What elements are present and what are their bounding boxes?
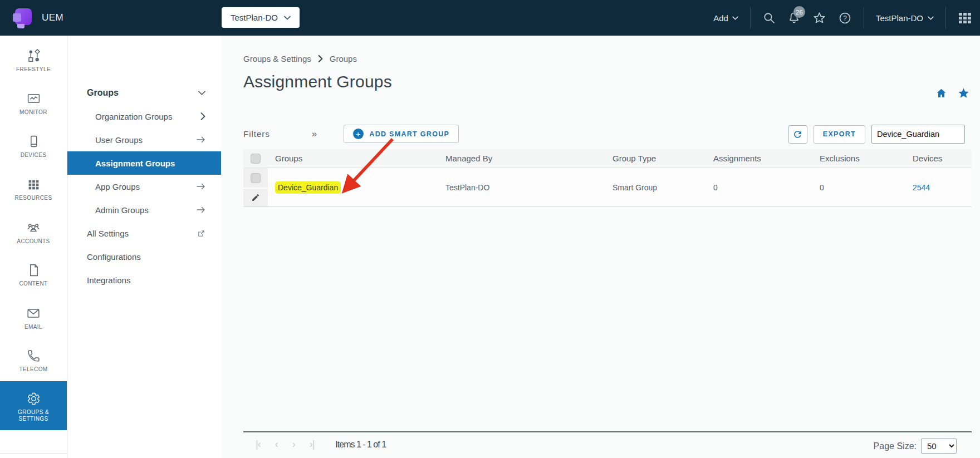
column-header-managed-by[interactable]: Managed By bbox=[438, 154, 605, 163]
add-smart-group-label: ADD SMART GROUP bbox=[369, 130, 449, 138]
submenu-item-app-groups[interactable]: App Groups bbox=[67, 175, 221, 198]
submenu-item-all-settings[interactable]: All Settings bbox=[67, 221, 221, 245]
main-sidebar: FREESTYLE MONITOR DEVICES RESOURCES ACCO… bbox=[0, 36, 67, 458]
sidebar-item-label: DEVICES bbox=[21, 152, 47, 159]
divider bbox=[864, 7, 864, 28]
groups-settings-submenu: Groups Organization Groups User Groups A… bbox=[67, 36, 221, 458]
submenu-header-label: Groups bbox=[87, 88, 119, 98]
top-bar: UEM TestPlan-DO Add 26 ? TestPlan-DO bbox=[0, 0, 980, 36]
arrow-right-icon bbox=[197, 206, 205, 213]
export-button[interactable]: EXPORT bbox=[814, 125, 865, 144]
notification-count-badge: 26 bbox=[793, 6, 805, 18]
chevron-down-icon bbox=[198, 91, 205, 96]
chevron-down-icon bbox=[928, 16, 934, 20]
filters-expand-icon[interactable]: » bbox=[312, 129, 317, 140]
sidebar-item-devices[interactable]: DEVICES bbox=[0, 124, 67, 167]
home-icon[interactable] bbox=[935, 87, 947, 99]
assignments-cell: 0 bbox=[706, 183, 812, 192]
organization-group-label: TestPlan-DO bbox=[231, 13, 278, 22]
column-header-groups[interactable]: Groups bbox=[268, 154, 438, 163]
sidebar-item-label: CONTENT bbox=[19, 280, 47, 287]
add-menu-button[interactable]: Add bbox=[713, 13, 738, 23]
refresh-button[interactable] bbox=[788, 125, 807, 144]
pencil-icon bbox=[251, 193, 260, 202]
exclusions-cell: 0 bbox=[812, 183, 905, 192]
previous-page-icon[interactable]: ‹ bbox=[275, 439, 278, 450]
submenu-item-label: Assignment Groups bbox=[95, 159, 175, 168]
freestyle-icon bbox=[27, 49, 41, 63]
uem-logo-icon bbox=[12, 7, 33, 28]
submenu-item-label: All Settings bbox=[87, 229, 129, 238]
column-header-exclusions[interactable]: Exclusions bbox=[812, 154, 905, 163]
account-label: TestPlan-DO bbox=[876, 13, 923, 23]
sidebar-item-monitor[interactable]: MONITOR bbox=[0, 81, 67, 124]
account-menu-button[interactable]: TestPlan-DO bbox=[876, 13, 934, 23]
filters-button[interactable]: Filters bbox=[243, 129, 270, 139]
devices-count-link[interactable]: 2544 bbox=[913, 183, 930, 192]
telecom-icon bbox=[27, 349, 41, 363]
arrow-right-icon bbox=[197, 136, 205, 143]
sidebar-item-groups-settings[interactable]: GROUPS & SETTINGS bbox=[0, 381, 67, 430]
devices-icon bbox=[27, 135, 41, 149]
submenu-item-label: App Groups bbox=[95, 182, 140, 191]
help-icon[interactable]: ? bbox=[838, 11, 852, 25]
sidebar-item-content[interactable]: CONTENT bbox=[0, 253, 67, 296]
submenu-item-label: Admin Groups bbox=[95, 205, 149, 215]
submenu-item-admin-groups[interactable]: Admin Groups bbox=[67, 198, 221, 221]
sidebar-item-label: FREESTYLE bbox=[16, 66, 51, 73]
submenu-item-label: Integrations bbox=[87, 275, 130, 285]
page-size-select[interactable]: 50 bbox=[921, 439, 957, 454]
table-row: Device_Guardian TestPlan-DO Smart Group … bbox=[243, 168, 972, 207]
row-checkbox[interactable] bbox=[251, 173, 261, 183]
sidebar-item-freestyle[interactable]: FREESTYLE bbox=[0, 38, 67, 81]
chevron-down-icon bbox=[284, 16, 291, 20]
breadcrumb-parent[interactable]: Groups & Settings bbox=[243, 54, 311, 63]
breadcrumb-current[interactable]: Groups bbox=[330, 54, 357, 63]
breadcrumb: Groups & Settings Groups bbox=[243, 54, 357, 63]
submenu-item-label: Organization Groups bbox=[95, 112, 172, 121]
sidebar-item-telecom[interactable]: TELECOM bbox=[0, 338, 67, 381]
group-type-cell: Smart Group bbox=[605, 183, 706, 192]
pagination: |‹ ‹ › ›| Items 1 - 1 of 1 bbox=[256, 439, 386, 450]
sidebar-item-label: MONITOR bbox=[19, 109, 47, 116]
chevron-right-icon bbox=[318, 55, 323, 62]
notifications-bell-icon[interactable]: 26 bbox=[787, 11, 801, 24]
plus-icon: + bbox=[353, 129, 364, 139]
accounts-icon bbox=[26, 220, 41, 235]
last-page-icon[interactable]: ›| bbox=[310, 439, 315, 450]
sidebar-item-label: TELECOM bbox=[19, 366, 47, 373]
sidebar-item-accounts[interactable]: ACCOUNTS bbox=[0, 210, 67, 253]
favorite-star-icon[interactable] bbox=[957, 87, 970, 100]
monitor-icon bbox=[27, 92, 41, 106]
add-smart-group-button[interactable]: + ADD SMART GROUP bbox=[344, 125, 459, 143]
select-all-checkbox[interactable] bbox=[251, 154, 261, 164]
divider bbox=[945, 7, 946, 28]
submenu-item-configurations[interactable]: Configurations bbox=[67, 245, 221, 268]
organization-group-selector[interactable]: TestPlan-DO bbox=[222, 7, 300, 28]
submenu-header-groups[interactable]: Groups bbox=[67, 81, 221, 105]
submenu-item-label: Configurations bbox=[87, 252, 141, 262]
sidebar-item-email[interactable]: EMAIL bbox=[0, 296, 67, 338]
sidebar-item-resources[interactable]: RESOURCES bbox=[0, 167, 67, 210]
footer-divider bbox=[243, 431, 972, 432]
submenu-item-assignment-groups[interactable]: Assignment Groups bbox=[67, 151, 221, 175]
column-header-assignments[interactable]: Assignments bbox=[706, 154, 812, 163]
app-grid-icon[interactable] bbox=[958, 11, 972, 25]
submenu-item-user-groups[interactable]: User Groups bbox=[67, 128, 221, 151]
search-icon[interactable] bbox=[762, 11, 776, 24]
group-name-link[interactable]: Device_Guardian bbox=[275, 181, 341, 194]
submenu-item-integrations[interactable]: Integrations bbox=[67, 268, 221, 292]
favorites-star-icon[interactable] bbox=[812, 11, 826, 25]
edit-row-button[interactable] bbox=[243, 188, 268, 206]
external-link-icon bbox=[197, 229, 205, 238]
column-header-devices[interactable]: Devices bbox=[905, 154, 972, 163]
column-header-group-type[interactable]: Group Type bbox=[605, 154, 706, 163]
submenu-item-label: User Groups bbox=[95, 135, 143, 145]
submenu-item-organization-groups[interactable]: Organization Groups bbox=[67, 105, 221, 128]
sidebar-item-label: EMAIL bbox=[24, 324, 42, 331]
divider bbox=[0, 454, 67, 454]
first-page-icon[interactable]: |‹ bbox=[256, 439, 261, 450]
search-input[interactable] bbox=[871, 125, 965, 144]
table-header-row: Groups Managed By Group Type Assignments… bbox=[243, 149, 972, 168]
next-page-icon[interactable]: › bbox=[292, 439, 295, 450]
